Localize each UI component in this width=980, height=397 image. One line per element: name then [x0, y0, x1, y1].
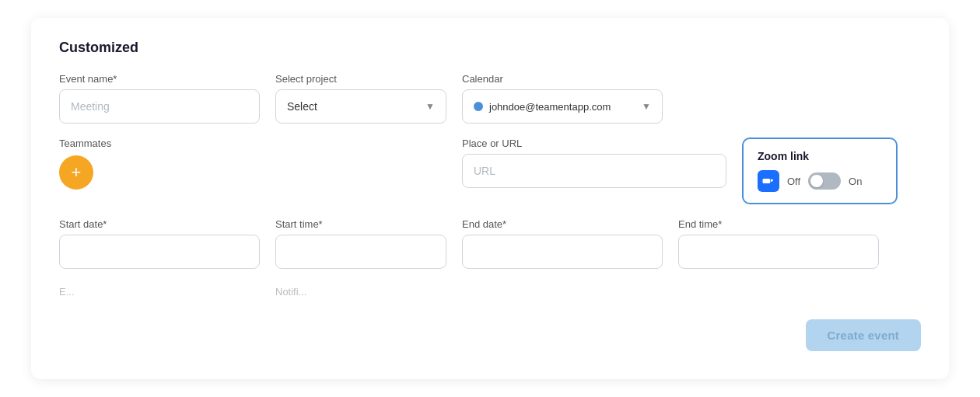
partial-label-1: E...: [59, 286, 260, 298]
toggle-thumb: [810, 175, 823, 187]
event-name-group: Event name*: [59, 73, 260, 124]
calendar-chevron-icon: ▼: [642, 101, 651, 112]
place-url-label: Place or URL: [462, 138, 726, 149]
row-4-partial: E... Notifi...: [59, 283, 921, 298]
start-time-group: Start time* 20:30: [275, 218, 446, 269]
form-card: Customized Event name* Select project Se…: [31, 18, 949, 379]
calendar-label: Calendar: [462, 73, 663, 85]
teammates-label: Teammates: [59, 138, 260, 149]
zoom-icon: [758, 170, 779, 192]
end-date-input[interactable]: 18/07/2022: [462, 235, 663, 269]
select-project-label: Select project: [275, 73, 446, 85]
zoom-logo-svg: [761, 174, 775, 188]
place-url-group: Place or URL: [462, 138, 726, 188]
event-name-input[interactable]: [59, 89, 260, 124]
event-name-label: Event name*: [59, 73, 260, 85]
teammates-group: Teammates +: [59, 138, 260, 190]
calendar-color-dot: [474, 102, 483, 111]
toggle-track: [808, 172, 841, 190]
end-time-group: End time* 21:00: [678, 218, 879, 269]
start-date-label: Start date*: [59, 218, 260, 230]
place-url-input[interactable]: [462, 154, 726, 188]
select-project-dropdown[interactable]: Select ▼: [275, 89, 446, 124]
zoom-link-box: Zoom link Off On: [742, 138, 898, 204]
end-time-label: End time*: [678, 218, 879, 230]
chevron-down-icon: ▼: [425, 101, 435, 112]
select-project-value: Select: [287, 100, 317, 113]
section-title: Customized: [59, 40, 921, 56]
plus-icon: +: [72, 164, 82, 181]
partial-label-2: Notifi...: [275, 286, 446, 298]
row-3: Start date* 18/07/2022 Start time* 20:30…: [59, 218, 921, 269]
zoom-toggle[interactable]: [808, 172, 841, 190]
calendar-group: Calendar johndoe@teamentapp.com ▼: [462, 73, 663, 124]
bottom-row: Create event: [59, 319, 921, 351]
zoom-off-label: Off: [787, 176, 800, 187]
row-1: Event name* Select project Select ▼ Cale…: [59, 73, 921, 124]
end-time-input[interactable]: 21:00: [678, 235, 879, 269]
add-teammate-button[interactable]: +: [59, 155, 93, 190]
zoom-link-title: Zoom link: [758, 150, 882, 162]
row-2: Teammates + Place or URL Zoom link Off: [59, 138, 921, 204]
end-date-group: End date* 18/07/2022: [462, 218, 663, 269]
start-time-label: Start time*: [275, 218, 446, 230]
create-event-button[interactable]: Create event: [806, 319, 921, 351]
start-time-input[interactable]: 20:30: [275, 235, 446, 269]
end-date-label: End date*: [462, 218, 663, 230]
zoom-on-label: On: [849, 176, 862, 187]
start-date-group: Start date* 18/07/2022: [59, 218, 260, 269]
start-date-input[interactable]: 18/07/2022: [59, 235, 260, 269]
select-project-group: Select project Select ▼: [275, 73, 446, 124]
calendar-dropdown[interactable]: johndoe@teamentapp.com ▼: [462, 89, 663, 124]
calendar-email: johndoe@teamentapp.com: [489, 101, 611, 113]
